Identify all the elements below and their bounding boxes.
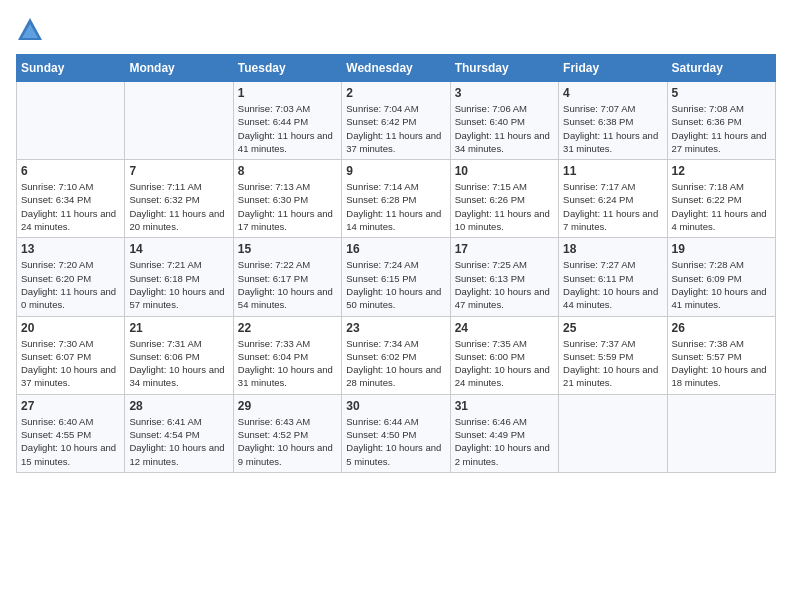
day-info: Sunrise: 7:33 AM Sunset: 6:04 PM Dayligh… (238, 337, 337, 390)
calendar-header-row: SundayMondayTuesdayWednesdayThursdayFrid… (17, 55, 776, 82)
calendar-cell: 23Sunrise: 7:34 AM Sunset: 6:02 PM Dayli… (342, 316, 450, 394)
day-number: 3 (455, 86, 554, 100)
day-number: 25 (563, 321, 662, 335)
day-info: Sunrise: 7:08 AM Sunset: 6:36 PM Dayligh… (672, 102, 771, 155)
calendar-cell: 27Sunrise: 6:40 AM Sunset: 4:55 PM Dayli… (17, 394, 125, 472)
calendar-cell: 3Sunrise: 7:06 AM Sunset: 6:40 PM Daylig… (450, 82, 558, 160)
day-info: Sunrise: 7:13 AM Sunset: 6:30 PM Dayligh… (238, 180, 337, 233)
calendar-week-4: 20Sunrise: 7:30 AM Sunset: 6:07 PM Dayli… (17, 316, 776, 394)
day-info: Sunrise: 6:44 AM Sunset: 4:50 PM Dayligh… (346, 415, 445, 468)
calendar-cell (17, 82, 125, 160)
day-header-saturday: Saturday (667, 55, 775, 82)
calendar-cell: 15Sunrise: 7:22 AM Sunset: 6:17 PM Dayli… (233, 238, 341, 316)
day-info: Sunrise: 6:41 AM Sunset: 4:54 PM Dayligh… (129, 415, 228, 468)
day-header-thursday: Thursday (450, 55, 558, 82)
day-number: 14 (129, 242, 228, 256)
calendar-cell: 20Sunrise: 7:30 AM Sunset: 6:07 PM Dayli… (17, 316, 125, 394)
day-info: Sunrise: 7:25 AM Sunset: 6:13 PM Dayligh… (455, 258, 554, 311)
day-number: 10 (455, 164, 554, 178)
day-info: Sunrise: 7:21 AM Sunset: 6:18 PM Dayligh… (129, 258, 228, 311)
day-info: Sunrise: 6:40 AM Sunset: 4:55 PM Dayligh… (21, 415, 120, 468)
day-number: 26 (672, 321, 771, 335)
day-header-tuesday: Tuesday (233, 55, 341, 82)
day-number: 24 (455, 321, 554, 335)
day-info: Sunrise: 7:28 AM Sunset: 6:09 PM Dayligh… (672, 258, 771, 311)
calendar-cell: 11Sunrise: 7:17 AM Sunset: 6:24 PM Dayli… (559, 160, 667, 238)
day-info: Sunrise: 7:24 AM Sunset: 6:15 PM Dayligh… (346, 258, 445, 311)
day-number: 13 (21, 242, 120, 256)
logo (16, 16, 48, 44)
day-info: Sunrise: 7:38 AM Sunset: 5:57 PM Dayligh… (672, 337, 771, 390)
calendar-cell: 26Sunrise: 7:38 AM Sunset: 5:57 PM Dayli… (667, 316, 775, 394)
day-info: Sunrise: 7:20 AM Sunset: 6:20 PM Dayligh… (21, 258, 120, 311)
calendar-cell (559, 394, 667, 472)
day-number: 2 (346, 86, 445, 100)
day-number: 9 (346, 164, 445, 178)
calendar-cell: 2Sunrise: 7:04 AM Sunset: 6:42 PM Daylig… (342, 82, 450, 160)
day-number: 30 (346, 399, 445, 413)
calendar-cell: 25Sunrise: 7:37 AM Sunset: 5:59 PM Dayli… (559, 316, 667, 394)
day-number: 20 (21, 321, 120, 335)
day-info: Sunrise: 7:04 AM Sunset: 6:42 PM Dayligh… (346, 102, 445, 155)
day-info: Sunrise: 7:35 AM Sunset: 6:00 PM Dayligh… (455, 337, 554, 390)
calendar-cell: 8Sunrise: 7:13 AM Sunset: 6:30 PM Daylig… (233, 160, 341, 238)
calendar-cell: 6Sunrise: 7:10 AM Sunset: 6:34 PM Daylig… (17, 160, 125, 238)
day-number: 5 (672, 86, 771, 100)
day-info: Sunrise: 7:22 AM Sunset: 6:17 PM Dayligh… (238, 258, 337, 311)
day-info: Sunrise: 7:37 AM Sunset: 5:59 PM Dayligh… (563, 337, 662, 390)
calendar-cell: 4Sunrise: 7:07 AM Sunset: 6:38 PM Daylig… (559, 82, 667, 160)
day-info: Sunrise: 7:30 AM Sunset: 6:07 PM Dayligh… (21, 337, 120, 390)
calendar-cell: 29Sunrise: 6:43 AM Sunset: 4:52 PM Dayli… (233, 394, 341, 472)
calendar-week-3: 13Sunrise: 7:20 AM Sunset: 6:20 PM Dayli… (17, 238, 776, 316)
day-number: 21 (129, 321, 228, 335)
day-number: 8 (238, 164, 337, 178)
calendar-cell: 14Sunrise: 7:21 AM Sunset: 6:18 PM Dayli… (125, 238, 233, 316)
day-number: 31 (455, 399, 554, 413)
calendar-cell: 28Sunrise: 6:41 AM Sunset: 4:54 PM Dayli… (125, 394, 233, 472)
day-info: Sunrise: 6:46 AM Sunset: 4:49 PM Dayligh… (455, 415, 554, 468)
calendar-cell: 16Sunrise: 7:24 AM Sunset: 6:15 PM Dayli… (342, 238, 450, 316)
calendar-cell: 30Sunrise: 6:44 AM Sunset: 4:50 PM Dayli… (342, 394, 450, 472)
calendar-cell: 24Sunrise: 7:35 AM Sunset: 6:00 PM Dayli… (450, 316, 558, 394)
day-info: Sunrise: 7:27 AM Sunset: 6:11 PM Dayligh… (563, 258, 662, 311)
day-number: 17 (455, 242, 554, 256)
page-header (16, 16, 776, 44)
day-header-sunday: Sunday (17, 55, 125, 82)
day-info: Sunrise: 7:17 AM Sunset: 6:24 PM Dayligh… (563, 180, 662, 233)
day-info: Sunrise: 7:14 AM Sunset: 6:28 PM Dayligh… (346, 180, 445, 233)
day-number: 11 (563, 164, 662, 178)
day-number: 27 (21, 399, 120, 413)
day-info: Sunrise: 7:18 AM Sunset: 6:22 PM Dayligh… (672, 180, 771, 233)
calendar-cell: 7Sunrise: 7:11 AM Sunset: 6:32 PM Daylig… (125, 160, 233, 238)
day-info: Sunrise: 7:31 AM Sunset: 6:06 PM Dayligh… (129, 337, 228, 390)
day-number: 4 (563, 86, 662, 100)
day-number: 15 (238, 242, 337, 256)
day-info: Sunrise: 7:15 AM Sunset: 6:26 PM Dayligh… (455, 180, 554, 233)
calendar-table: SundayMondayTuesdayWednesdayThursdayFrid… (16, 54, 776, 473)
day-number: 16 (346, 242, 445, 256)
day-info: Sunrise: 7:06 AM Sunset: 6:40 PM Dayligh… (455, 102, 554, 155)
calendar-cell: 12Sunrise: 7:18 AM Sunset: 6:22 PM Dayli… (667, 160, 775, 238)
day-number: 28 (129, 399, 228, 413)
calendar-cell: 1Sunrise: 7:03 AM Sunset: 6:44 PM Daylig… (233, 82, 341, 160)
day-header-monday: Monday (125, 55, 233, 82)
calendar-cell: 13Sunrise: 7:20 AM Sunset: 6:20 PM Dayli… (17, 238, 125, 316)
day-info: Sunrise: 7:07 AM Sunset: 6:38 PM Dayligh… (563, 102, 662, 155)
day-number: 1 (238, 86, 337, 100)
day-header-friday: Friday (559, 55, 667, 82)
calendar-cell: 9Sunrise: 7:14 AM Sunset: 6:28 PM Daylig… (342, 160, 450, 238)
calendar-cell: 10Sunrise: 7:15 AM Sunset: 6:26 PM Dayli… (450, 160, 558, 238)
calendar-cell: 18Sunrise: 7:27 AM Sunset: 6:11 PM Dayli… (559, 238, 667, 316)
calendar-cell: 19Sunrise: 7:28 AM Sunset: 6:09 PM Dayli… (667, 238, 775, 316)
calendar-week-1: 1Sunrise: 7:03 AM Sunset: 6:44 PM Daylig… (17, 82, 776, 160)
day-number: 19 (672, 242, 771, 256)
calendar-week-5: 27Sunrise: 6:40 AM Sunset: 4:55 PM Dayli… (17, 394, 776, 472)
day-info: Sunrise: 7:10 AM Sunset: 6:34 PM Dayligh… (21, 180, 120, 233)
day-info: Sunrise: 7:11 AM Sunset: 6:32 PM Dayligh… (129, 180, 228, 233)
day-number: 29 (238, 399, 337, 413)
day-number: 12 (672, 164, 771, 178)
calendar-week-2: 6Sunrise: 7:10 AM Sunset: 6:34 PM Daylig… (17, 160, 776, 238)
logo-icon (16, 16, 44, 44)
day-number: 7 (129, 164, 228, 178)
calendar-cell (125, 82, 233, 160)
